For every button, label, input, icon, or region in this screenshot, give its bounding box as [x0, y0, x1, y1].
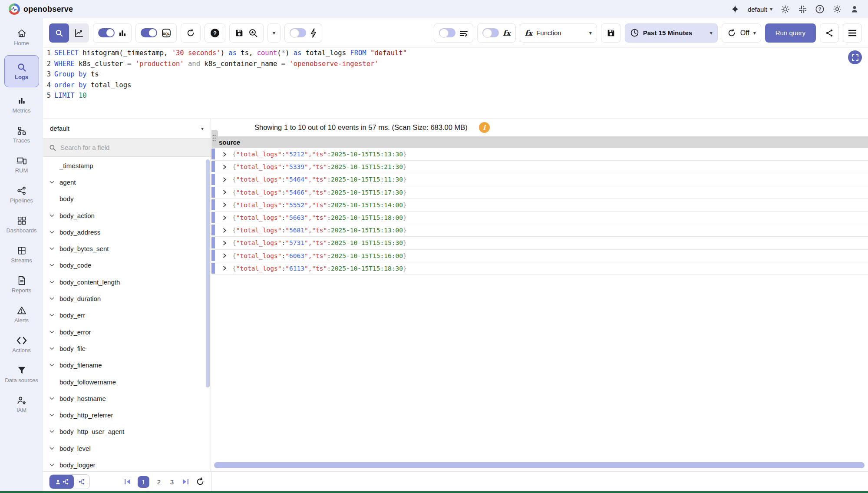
sidebar-item-iam[interactable]: IAM	[1, 390, 42, 420]
page-button-2[interactable]: 2	[155, 478, 162, 486]
sidebar-item-alerts[interactable]: Alerts	[1, 300, 42, 330]
sql-code-line[interactable]: 3Group by ts	[43, 69, 868, 80]
table-row[interactable]: {"total_logs":"5339","ts":2025-10-15T15:…	[211, 161, 868, 173]
info-icon[interactable]: i	[479, 122, 490, 133]
table-row[interactable]: {"total_logs":"5681","ts":2025-10-15T15:…	[211, 224, 868, 237]
expand-row-icon[interactable]	[222, 228, 227, 233]
field-item-body[interactable]: body	[43, 191, 211, 207]
field-item-body_file[interactable]: body_file	[43, 340, 211, 357]
field-item-body_followername[interactable]: body_followername	[43, 374, 211, 390]
expand-row-icon[interactable]	[222, 177, 227, 182]
first-page-button[interactable]	[124, 478, 132, 485]
reset-filters-button[interactable]	[181, 23, 201, 43]
run-query-button[interactable]: Run query	[765, 23, 816, 43]
expand-row-icon[interactable]	[222, 152, 227, 157]
help-icon[interactable]: ?	[815, 4, 825, 14]
saved-searches-button[interactable]	[229, 23, 264, 43]
expand-row-icon[interactable]	[222, 215, 227, 221]
search-mode-button[interactable]	[49, 23, 69, 43]
editor-fullscreen-button[interactable]	[848, 50, 862, 64]
sidebar-item-home[interactable]: Home	[1, 23, 42, 53]
sql-code-line[interactable]: 5LIMIT 10	[43, 90, 868, 101]
openobserve-logo[interactable]: openobserve	[9, 3, 73, 15]
field-item-body_hostname[interactable]: body_hostname	[43, 390, 211, 407]
sidebar-item-data-sources[interactable]: Data sources	[1, 360, 42, 390]
expand-row-icon[interactable]	[222, 164, 227, 170]
last-page-button[interactable]	[182, 478, 189, 485]
wrap-lines-toggle[interactable]	[439, 28, 455, 37]
horizontal-scrollbar[interactable]	[214, 462, 865, 468]
field-item-body_http_user_agent[interactable]: body_http_user_agent	[43, 424, 211, 440]
settings-gear-icon[interactable]	[832, 4, 842, 14]
transform-toggle[interactable]	[482, 28, 499, 37]
visualize-mode-button[interactable]	[69, 23, 89, 43]
stream-select[interactable]: default ▾	[43, 119, 211, 139]
sidebar-item-rum[interactable]: RUM	[1, 150, 42, 180]
field-view-user-flow-button[interactable]	[50, 475, 74, 489]
expand-row-icon[interactable]	[222, 265, 227, 271]
field-item-body_http_referrer[interactable]: body_http_referrer	[43, 407, 211, 423]
field-item-_timestamp[interactable]: _timestamp	[43, 157, 211, 174]
sql-query-editor[interactable]: 1SELECT histogram(_timestamp, '30 second…	[43, 48, 868, 118]
ai-sparkle-icon[interactable]	[730, 4, 740, 14]
table-row[interactable]: {"total_logs":"6113","ts":2025-10-15T15:…	[211, 262, 868, 275]
sidebar-item-dashboards[interactable]: Dashboards	[1, 210, 42, 240]
page-button-1[interactable]: 1	[138, 476, 149, 488]
sql-code-line[interactable]: 4order by total_logs	[43, 80, 868, 91]
column-drag-handle[interactable]	[211, 130, 218, 146]
field-item-body_filename[interactable]: body_filename	[43, 357, 211, 374]
field-name: body_content_length	[59, 278, 120, 286]
more-options-dropdown[interactable]: ▾	[267, 23, 281, 43]
org-selector[interactable]: default ▾	[748, 6, 772, 13]
table-row[interactable]: {"total_logs":"5466","ts":2025-10-15T15:…	[211, 186, 868, 199]
sidebar-item-streams[interactable]: Streams	[1, 240, 42, 270]
field-item-body_code[interactable]: body_code	[43, 257, 211, 274]
expand-row-icon[interactable]	[222, 240, 227, 246]
field-item-body_err[interactable]: body_err	[43, 307, 211, 324]
expand-row-icon[interactable]	[222, 253, 227, 258]
field-item-body_error[interactable]: body_error	[43, 324, 211, 340]
table-row[interactable]: {"total_logs":"6063","ts":2025-10-15T15:…	[211, 250, 868, 262]
sidebar-item-traces[interactable]: Traces	[1, 120, 42, 150]
table-row[interactable]: {"total_logs":"5663","ts":2025-10-15T15:…	[211, 212, 868, 224]
table-row[interactable]: {"total_logs":"5552","ts":2025-10-15T15:…	[211, 199, 868, 212]
table-row[interactable]: {"total_logs":"5731","ts":2025-10-15T15:…	[211, 237, 868, 249]
table-row[interactable]: {"total_logs":"5464","ts":2025-10-15T15:…	[211, 173, 868, 186]
share-button[interactable]	[820, 23, 839, 43]
theme-light-icon[interactable]	[780, 4, 790, 14]
table-row[interactable]: {"total_logs":"5212","ts":2025-10-15T15:…	[211, 148, 868, 161]
field-item-body_action[interactable]: body_action	[43, 207, 211, 224]
query-help-button[interactable]: ?	[205, 23, 225, 43]
field-item-body_address[interactable]: body_address	[43, 224, 211, 240]
sidebar-item-actions[interactable]: Actions	[1, 330, 42, 360]
page-button-3[interactable]: 3	[168, 478, 175, 486]
time-range-picker[interactable]: Past 15 Minutes ▾	[625, 23, 718, 43]
field-item-agent[interactable]: agent	[43, 174, 211, 190]
fields-panel-scrollbar[interactable]	[206, 159, 210, 387]
save-function-button[interactable]	[601, 23, 621, 43]
field-item-body_duration[interactable]: body_duration	[43, 290, 211, 307]
field-view-flow-button[interactable]	[74, 475, 89, 489]
field-item-body_content_length[interactable]: body_content_length	[43, 274, 211, 290]
field-search-input[interactable]	[60, 144, 191, 151]
field-item-body_level[interactable]: body_level	[43, 440, 211, 457]
expand-row-icon[interactable]	[222, 202, 227, 208]
field-item-body_logger[interactable]: body_logger	[43, 457, 211, 471]
field-item-body_bytes_sent[interactable]: body_bytes_sent	[43, 240, 211, 257]
sql-code-line[interactable]: 2WHERE k8s_cluster = 'production' and k8…	[43, 59, 868, 69]
user-account-icon[interactable]	[850, 4, 859, 14]
refresh-results-button[interactable]	[195, 477, 205, 486]
sidebar-item-metrics[interactable]: Metrics	[1, 90, 42, 120]
slack-icon[interactable]	[798, 4, 807, 14]
function-select[interactable]: fx Function ▾	[520, 23, 597, 43]
quick-mode-toggle[interactable]	[290, 28, 306, 37]
sql-mode-toggle[interactable]	[141, 28, 157, 37]
sql-code-line[interactable]: 1SELECT histogram(_timestamp, '30 second…	[43, 48, 868, 59]
sidebar-item-pipelines[interactable]: Pipelines	[1, 180, 42, 210]
histogram-toggle[interactable]	[98, 28, 115, 37]
sidebar-item-logs[interactable]: Logs	[4, 55, 39, 87]
sidebar-item-reports[interactable]: Reports	[1, 270, 42, 300]
expand-row-icon[interactable]	[222, 189, 227, 195]
auto-refresh-select[interactable]: Off ▾	[722, 23, 761, 43]
menu-button[interactable]	[843, 23, 862, 43]
